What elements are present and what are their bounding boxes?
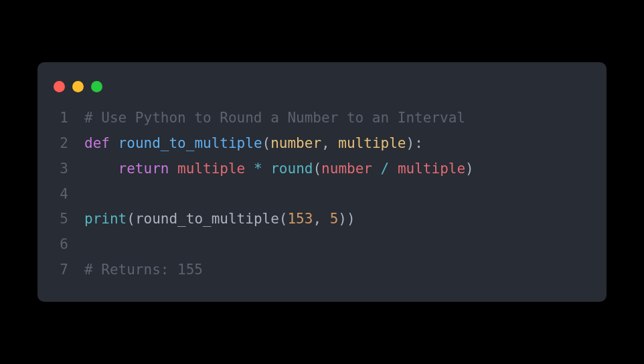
number-literal: 153 xyxy=(287,211,313,227)
variable: multiple xyxy=(177,161,245,177)
code-window: 1 # Use Python to Round a Number to an I… xyxy=(37,62,607,302)
code-content xyxy=(84,182,607,207)
code-line: 5 print(round_to_multiple(153, 5)) xyxy=(37,207,607,232)
param: multiple xyxy=(338,135,406,151)
operator: * xyxy=(254,161,262,177)
maximize-icon[interactable] xyxy=(91,81,102,92)
line-number: 3 xyxy=(37,157,84,182)
code-content: def round_to_multiple(number, multiple): xyxy=(84,131,607,157)
code-line: 7 # Returns: 155 xyxy=(37,258,607,283)
code-line: 6 xyxy=(37,232,607,258)
function-name: round_to_multiple xyxy=(118,135,262,151)
function-call: round_to_multiple xyxy=(135,211,279,227)
line-number: 4 xyxy=(37,182,84,207)
line-number: 1 xyxy=(37,106,84,131)
code-content: # Returns: 155 xyxy=(84,258,607,283)
line-number: 5 xyxy=(37,207,84,232)
code-line: 2 def round_to_multiple(number, multiple… xyxy=(37,131,607,157)
code-line: 3 return multiple * round(number / multi… xyxy=(37,157,607,182)
line-number: 7 xyxy=(37,258,84,283)
line-number: 2 xyxy=(37,131,84,157)
line-number: 6 xyxy=(37,232,84,258)
comment: # Use Python to Round a Number to an Int… xyxy=(84,110,465,126)
code-content: print(round_to_multiple(153, 5)) xyxy=(84,207,607,232)
titlebar xyxy=(37,76,607,106)
builtin-round: round xyxy=(270,161,313,177)
number-literal: 5 xyxy=(330,211,339,227)
code-line: 4 xyxy=(37,182,607,207)
keyword-def: def xyxy=(84,135,110,151)
comment: # Returns: 155 xyxy=(84,262,203,278)
param: number xyxy=(270,135,321,151)
operator: / xyxy=(381,161,390,177)
code-content xyxy=(84,232,607,258)
code-block: 1 # Use Python to Round a Number to an I… xyxy=(37,106,607,283)
variable: number xyxy=(321,161,372,177)
variable: multiple xyxy=(398,161,465,177)
code-content: return multiple * round(number / multipl… xyxy=(84,157,607,182)
code-line: 1 # Use Python to Round a Number to an I… xyxy=(37,106,607,131)
minimize-icon[interactable] xyxy=(72,81,84,92)
close-icon[interactable] xyxy=(54,81,65,92)
builtin-print: print xyxy=(84,211,127,227)
code-content: # Use Python to Round a Number to an Int… xyxy=(84,106,607,131)
keyword-return: return xyxy=(118,161,169,177)
